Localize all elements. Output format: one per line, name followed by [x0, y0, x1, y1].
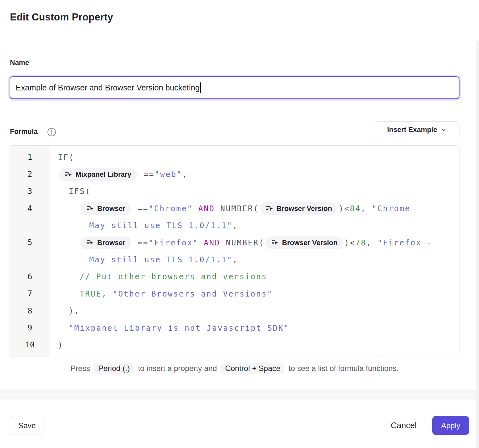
- code-row: Mixpanel Library =="web",: [58, 166, 456, 183]
- property-chip[interactable]: Browser Version: [260, 202, 338, 215]
- code-token: "Mixpanel Library is not Javascript SDK": [69, 324, 289, 333]
- property-chip-label: Mixpanel Library: [75, 170, 131, 179]
- line-number: 2: [10, 166, 50, 183]
- property-chip[interactable]: Browser: [81, 202, 131, 215]
- code-row: ): [58, 336, 456, 353]
- code-row: IF(: [58, 149, 456, 166]
- code-token: 84: [350, 204, 361, 213]
- code-token: "Firefox": [149, 238, 198, 247]
- line-number: 7: [10, 285, 50, 302]
- name-input-value: Example of Browser and Browser Version b…: [16, 83, 200, 92]
- property-chip[interactable]: Browser Version: [266, 236, 343, 249]
- hint-text: to see a list of formula functions.: [287, 364, 399, 373]
- code-token: 78: [355, 238, 366, 247]
- code-row: May still use TLS 1.0/1.1",: [58, 217, 456, 234]
- hint-text: Press: [70, 364, 92, 373]
- formula-section-label: Formula: [10, 127, 38, 136]
- code-token: "web": [155, 170, 182, 179]
- code-token: )<: [339, 204, 350, 213]
- code-row: // Put other browsers and versions: [58, 268, 456, 285]
- line-number: 1: [10, 149, 50, 166]
- code-token: "Firefox -: [377, 238, 433, 247]
- code-row: TRUE, "Other Browsers and Versions": [58, 285, 456, 302]
- code-token: ,: [366, 238, 378, 247]
- line-number: 9: [10, 320, 50, 336]
- edit-custom-property-dialog: Edit Custom Property Name Example of Bro…: [0, 0, 479, 448]
- code-token: AND: [198, 204, 215, 213]
- property-chip-label: Browser Version: [277, 205, 332, 213]
- line-number: 8: [10, 303, 50, 320]
- page-title: Edit Custom Property: [10, 12, 113, 23]
- code-token: May still use TLS 1.0/1.1": [89, 221, 232, 230]
- code-token: May still use TLS 1.0/1.1": [89, 255, 232, 264]
- property-icon: [271, 239, 279, 246]
- line-number: 6: [10, 268, 50, 285]
- property-chip[interactable]: Mixpanel Library: [59, 168, 137, 181]
- code-row: Browser =="Firefox" AND NUMBER(Browser V…: [58, 234, 456, 251]
- apply-button[interactable]: Apply: [432, 416, 469, 435]
- line-number: 5: [10, 234, 50, 268]
- code-token: ==: [132, 204, 149, 213]
- info-icon[interactable]: [47, 127, 56, 137]
- code-token: IFS(: [69, 187, 91, 196]
- code-token: ==: [132, 238, 149, 247]
- property-icon: [86, 205, 94, 212]
- line-number: 10: [10, 336, 50, 353]
- code-row: "Mixpanel Library is not Javascript SDK": [58, 320, 456, 336]
- line-number: 4: [10, 200, 50, 234]
- formula-code-area[interactable]: IF(Mixpanel Library =="web",IFS(Browser …: [50, 146, 459, 357]
- property-icon: [86, 239, 94, 246]
- code-token: TRUE: [80, 290, 102, 298]
- save-button[interactable]: Save: [10, 416, 44, 435]
- property-chip-label: Browser Version: [282, 239, 338, 247]
- name-field-label: Name: [10, 58, 29, 67]
- code-row: Browser =="Chrome" AND NUMBER(Browser Ve…: [58, 200, 456, 217]
- code-token: "Chrome -: [372, 204, 421, 213]
- code-token: ,: [361, 204, 372, 213]
- code-token: ): [58, 341, 63, 350]
- code-token: NUMBER(: [215, 204, 259, 213]
- code-token: // Put other browsers and versions: [80, 272, 267, 281]
- section-divider: [0, 390, 479, 399]
- formula-editor[interactable]: 12345678910 IF(Mixpanel Library =="web",…: [10, 145, 459, 357]
- code-row: May still use TLS 1.0/1.1",: [58, 251, 456, 268]
- name-input[interactable]: Example of Browser and Browser Version b…: [10, 76, 459, 99]
- editor-hint: Press Period (.) to insert a property an…: [10, 364, 459, 373]
- page-scrollbar[interactable]: [476, 41, 479, 448]
- line-number-gutter: 12345678910: [10, 146, 50, 357]
- code-token: "Chrome": [149, 204, 193, 213]
- code-token: [193, 204, 198, 213]
- hint-text: to insert a property and: [136, 364, 219, 373]
- code-token: ),: [69, 306, 80, 315]
- keyboard-shortcut-pill: Period (.): [94, 363, 134, 374]
- code-token: AND: [204, 238, 220, 247]
- property-chip[interactable]: Browser: [81, 236, 131, 249]
- code-token: [198, 238, 204, 247]
- insert-example-label: Insert Example: [387, 126, 437, 134]
- code-row: IFS(: [58, 183, 456, 200]
- code-token: IF(: [58, 153, 75, 162]
- code-token: ,: [182, 170, 188, 179]
- property-chip-label: Browser: [97, 239, 125, 247]
- code-token: ,: [232, 221, 238, 230]
- chevron-down-icon: [441, 127, 447, 133]
- code-token: "Other Browsers and Versions": [113, 290, 273, 298]
- code-token: ,: [232, 255, 238, 264]
- property-icon: [65, 171, 72, 178]
- property-chip-label: Browser: [97, 205, 125, 213]
- code-token: ,: [102, 290, 113, 298]
- cancel-button[interactable]: Cancel: [385, 416, 422, 435]
- code-token: ==: [138, 170, 155, 179]
- property-icon: [266, 205, 273, 212]
- insert-example-button[interactable]: Insert Example: [375, 121, 459, 138]
- code-token: NUMBER(: [220, 238, 264, 247]
- keyboard-shortcut-pill: Control + Space: [221, 363, 284, 374]
- code-row: ),: [58, 303, 456, 320]
- text-caret: [200, 82, 201, 93]
- code-token: )<: [344, 238, 356, 247]
- line-number: 3: [10, 183, 50, 200]
